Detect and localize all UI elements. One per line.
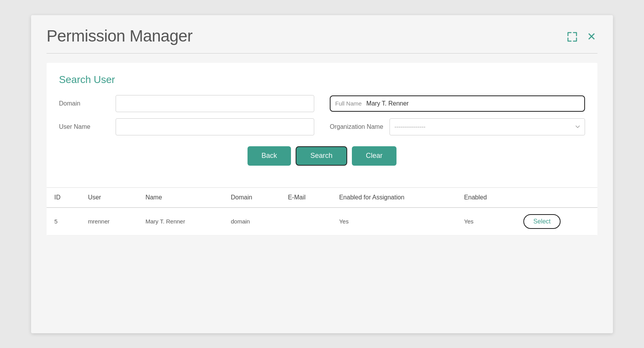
cell-user: mrenner	[80, 208, 138, 235]
back-button[interactable]: Back	[248, 146, 291, 166]
search-button[interactable]: Search	[296, 146, 347, 166]
domain-row: Domain	[59, 95, 314, 112]
table-row: 5 mrenner Mary T. Renner domain Yes Yes …	[47, 208, 597, 235]
username-label: User Name	[59, 123, 109, 130]
fullname-wrapper: Full Name	[330, 95, 585, 112]
modal-header: Permission Manager ✕	[47, 27, 597, 45]
table-body: 5 mrenner Mary T. Renner domain Yes Yes …	[47, 208, 597, 235]
col-email: E-Mail	[280, 188, 331, 208]
fullname-label: Full Name	[335, 100, 362, 107]
orgname-label: Organization Name	[330, 123, 383, 130]
close-button[interactable]: ✕	[585, 30, 597, 44]
results-table-section: ID User Name Domain E-Mail Enabled for A…	[47, 187, 597, 235]
search-section-wrapper: Search User Domain Full Name User Name	[47, 63, 597, 235]
select-button[interactable]: Select	[523, 214, 561, 229]
search-form: Domain Full Name User Name	[59, 95, 585, 135]
search-section-title: Search User	[59, 74, 585, 86]
permission-manager-modal: Permission Manager ✕ Search User D	[31, 15, 613, 333]
domain-label: Domain	[59, 100, 109, 107]
orgname-row: Organization Name ----------------	[330, 118, 585, 135]
domain-input[interactable]	[116, 95, 314, 112]
col-enabled-assignation: Enabled for Assignation	[331, 188, 456, 208]
results-table: ID User Name Domain E-Mail Enabled for A…	[47, 188, 597, 235]
fullname-input[interactable]	[366, 100, 580, 107]
fullname-row: Full Name	[330, 95, 585, 112]
cell-enabled: Yes	[456, 208, 516, 235]
cell-email	[280, 208, 331, 235]
expand-icon	[567, 31, 578, 42]
close-icon: ✕	[587, 31, 596, 42]
cell-domain: domain	[223, 208, 280, 235]
expand-button[interactable]	[565, 30, 579, 44]
action-buttons: Back Search Clear	[59, 146, 585, 166]
cell-action: Select	[516, 208, 597, 235]
table-header: ID User Name Domain E-Mail Enabled for A…	[47, 188, 597, 208]
username-row: User Name	[59, 118, 314, 135]
col-domain: Domain	[223, 188, 280, 208]
modal-header-actions: ✕	[565, 30, 597, 44]
cell-enabled-assignation: Yes	[331, 208, 456, 235]
orgname-select[interactable]: ----------------	[390, 118, 585, 135]
search-section: Search User Domain Full Name User Name	[47, 63, 597, 187]
col-enabled: Enabled	[456, 188, 516, 208]
col-name: Name	[138, 188, 223, 208]
cell-id: 5	[47, 208, 80, 235]
username-input[interactable]	[116, 118, 314, 135]
header-divider	[47, 53, 597, 54]
cell-name: Mary T. Renner	[138, 208, 223, 235]
col-action	[516, 188, 597, 208]
clear-button[interactable]: Clear	[352, 146, 396, 166]
col-id: ID	[47, 188, 80, 208]
col-user: User	[80, 188, 138, 208]
modal-title: Permission Manager	[47, 27, 192, 45]
